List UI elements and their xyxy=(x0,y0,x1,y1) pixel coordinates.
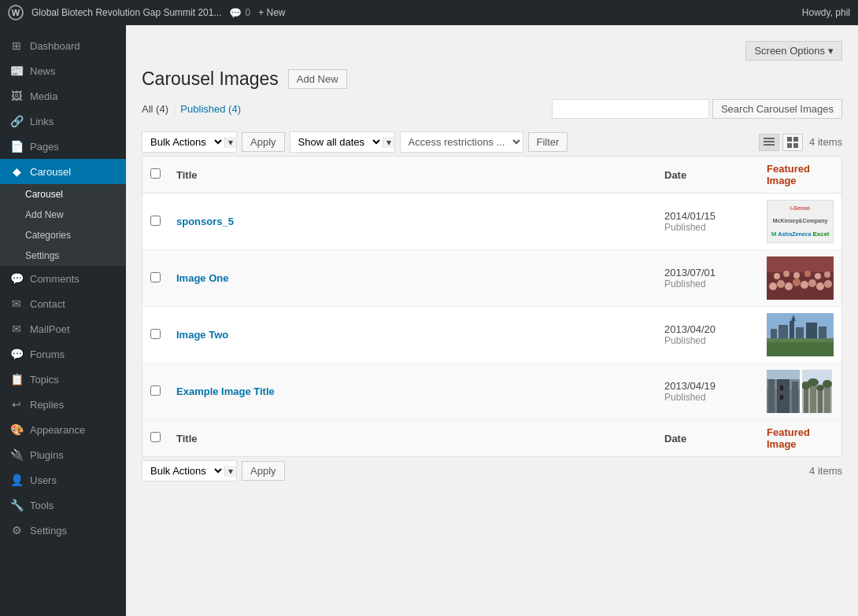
filter-tab-all[interactable]: All (4) xyxy=(142,103,168,115)
post-status: Published xyxy=(664,392,751,403)
sidebar-item-forums[interactable]: 💬 Forums xyxy=(0,341,126,367)
row-checkbox[interactable] xyxy=(150,272,161,282)
submenu-categories[interactable]: Categories xyxy=(0,225,126,245)
row-checkbox[interactable] xyxy=(150,216,161,226)
row-checkbox[interactable] xyxy=(150,385,161,396)
sidebar-item-tools[interactable]: 🔧 Tools xyxy=(0,492,126,518)
site-name[interactable]: Global Biotech Revolution Gap Summit 201… xyxy=(31,7,221,18)
row-title-cell: sponsors_5 xyxy=(168,194,656,250)
new-item-btn[interactable]: + New xyxy=(258,7,285,18)
access-restrictions-select[interactable]: Access restrictions ... xyxy=(400,131,523,153)
select-all-checkbox[interactable] xyxy=(150,168,161,179)
add-new-button[interactable]: Add New xyxy=(288,69,347,89)
submenu-carousel[interactable]: Carousel xyxy=(0,184,126,205)
sidebar-label-dashboard: Dashboard xyxy=(30,40,80,52)
submenu-settings[interactable]: Settings xyxy=(0,245,126,266)
filter-button[interactable]: Filter xyxy=(528,132,568,152)
dates-arrow[interactable]: ▾ xyxy=(383,137,394,148)
post-title-link[interactable]: Image Two xyxy=(176,329,228,341)
sidebar-item-dashboard[interactable]: ⊞ Dashboard xyxy=(0,33,126,58)
sidebar-item-contact[interactable]: ✉ Contact xyxy=(0,291,126,316)
sidebar-item-carousel[interactable]: ◆ Carousel xyxy=(0,159,126,184)
admin-bar: W Global Biotech Revolution Gap Summit 2… xyxy=(0,0,858,25)
bulk-actions-select-wrap: Bulk Actions ▾ xyxy=(142,131,237,153)
post-title-link[interactable]: Example Image Title xyxy=(176,385,275,397)
list-view-icon[interactable] xyxy=(759,134,779,151)
page-title: Carousel Images xyxy=(142,68,279,90)
row-title-cell: Image Two xyxy=(168,307,656,363)
settings-icon: ⚙ xyxy=(9,524,24,537)
bulk-actions-arrow-bottom[interactable]: ▾ xyxy=(224,466,236,477)
sidebar-label-carousel: Carousel xyxy=(30,166,71,178)
row-date-cell: 2013/04/20 Published xyxy=(656,307,759,363)
sidebar-label-comments: Comments xyxy=(30,273,80,285)
post-date: 2013/04/20 xyxy=(664,323,751,335)
search-input[interactable] xyxy=(552,99,709,119)
sidebar-item-pages[interactable]: 📄 Pages xyxy=(0,134,126,159)
bulk-actions-select[interactable]: Bulk Actions xyxy=(142,132,224,152)
contact-icon: ✉ xyxy=(9,297,24,310)
row-image-cell xyxy=(759,363,842,420)
svg-point-21 xyxy=(815,273,821,279)
svg-rect-2 xyxy=(764,144,775,146)
post-status: Published xyxy=(664,278,751,290)
row-title-cell: Image One xyxy=(168,250,656,307)
sidebar-label-plugins: Plugins xyxy=(30,449,64,461)
row-checkbox-cell xyxy=(142,307,169,363)
svg-rect-3 xyxy=(787,137,792,142)
svg-rect-31 xyxy=(819,326,827,338)
links-icon: 🔗 xyxy=(9,115,24,127)
svg-point-10 xyxy=(777,280,785,288)
screen-options-label: Screen Options xyxy=(754,45,825,57)
sidebar-item-users[interactable]: 👤 Users xyxy=(0,467,126,492)
sidebar-item-replies[interactable]: ↩ Replies xyxy=(0,392,126,417)
dates-select-wrap: Show all dates ▾ xyxy=(290,131,395,153)
items-count-bottom: 4 items xyxy=(809,465,842,477)
table-row: Image Two 2013/04/20 Published xyxy=(142,307,842,363)
filter-tab-published[interactable]: Published (4) xyxy=(180,103,241,115)
filter-tabs: All (4) | Published (4) xyxy=(142,103,241,115)
submenu-add-new[interactable]: Add New xyxy=(0,205,126,225)
apply-button-top[interactable]: Apply xyxy=(242,132,285,152)
sidebar-item-links[interactable]: 🔗 Links xyxy=(0,109,126,134)
sidebar-item-news[interactable]: 📰 News xyxy=(0,58,126,83)
row-date-cell: 2013/04/19 Published xyxy=(656,363,759,420)
submenu-label-carousel: Carousel xyxy=(25,189,63,200)
appearance-icon: 🎨 xyxy=(9,423,24,436)
sidebar-item-media[interactable]: 🖼 Media xyxy=(0,83,126,109)
sidebar-label-forums: Forums xyxy=(30,349,65,360)
featured-image-cambridge xyxy=(767,313,834,356)
bulk-actions-arrow[interactable]: ▾ xyxy=(224,137,236,148)
svg-rect-39 xyxy=(777,374,790,413)
footer-checkbox-cell xyxy=(142,420,169,457)
svg-rect-30 xyxy=(806,323,817,338)
svg-rect-34 xyxy=(767,342,834,356)
grid-view-icon[interactable] xyxy=(782,134,803,151)
post-title-link[interactable]: sponsors_5 xyxy=(176,216,234,227)
sidebar-item-settings[interactable]: ⚙ Settings xyxy=(0,518,126,543)
svg-point-12 xyxy=(793,278,801,286)
post-title-link[interactable]: Image One xyxy=(176,272,228,284)
search-button[interactable]: Search Carousel Images xyxy=(712,99,842,119)
sidebar-item-appearance[interactable]: 🎨 Appearance xyxy=(0,417,126,442)
wp-logo-icon[interactable]: W xyxy=(8,5,24,20)
screen-options-button[interactable]: Screen Options ▾ xyxy=(745,41,842,61)
filter-sep: | xyxy=(173,103,176,115)
sidebar-item-plugins[interactable]: 🔌 Plugins xyxy=(0,442,126,467)
howdy-area[interactable]: Howdy, phil xyxy=(802,7,850,18)
row-image-cell: i-Senso McKinsey&Company M AstraZeneca E… xyxy=(759,194,842,250)
sidebar-item-topics[interactable]: 📋 Topics xyxy=(0,367,126,392)
post-date: 2013/04/19 xyxy=(664,380,751,392)
row-checkbox[interactable] xyxy=(150,329,161,339)
comments-count-area[interactable]: 💬 0 xyxy=(229,7,250,19)
dates-select[interactable]: Show all dates xyxy=(290,132,383,152)
dashboard-icon: ⊞ xyxy=(9,39,24,52)
sidebar-item-comments[interactable]: 💬 Comments xyxy=(0,266,126,291)
bulk-actions-select-bottom[interactable]: Bulk Actions xyxy=(142,461,224,481)
submenu-label-add-new: Add New xyxy=(25,209,64,220)
select-all-checkbox-bottom[interactable] xyxy=(150,432,161,442)
sidebar-item-mailpoet[interactable]: ✉ MailPoet xyxy=(0,316,126,341)
post-date: 2013/07/01 xyxy=(664,267,751,278)
apply-button-bottom[interactable]: Apply xyxy=(242,461,285,481)
access-restrictions-wrap: Access restrictions ... xyxy=(400,131,523,153)
